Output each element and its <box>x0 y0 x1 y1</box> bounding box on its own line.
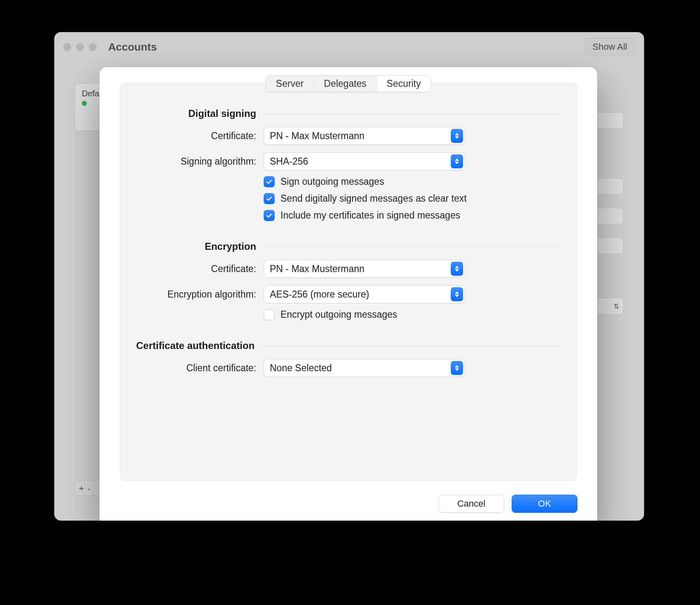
divider <box>264 114 561 114</box>
section-digital-signing: Digital signing <box>136 108 561 119</box>
window-title: Accounts <box>108 41 157 54</box>
checkbox-unchecked-icon <box>264 309 275 320</box>
status-dot-icon <box>82 101 87 106</box>
include-certs-checkbox-row[interactable]: Include my certificates in signed messag… <box>264 210 561 221</box>
divider <box>264 247 561 247</box>
sidebar-item-label: Defa <box>82 89 99 98</box>
security-form: Digital signing Certificate: PN - Max Mu… <box>136 108 561 377</box>
add-account-button[interactable]: ＋ ⌄ <box>75 481 93 496</box>
plus-icon: ＋ <box>77 482 86 494</box>
divider <box>262 346 561 346</box>
accounts-window: Accounts Show All Defa ⇅ ＋ ⌄ − Se <box>54 32 644 521</box>
section-cert-auth: Certificate authentication <box>136 340 561 351</box>
popup-value: PN - Max Mustermann <box>270 263 364 275</box>
updown-icon: ⇅ <box>614 302 619 310</box>
popup-value: SHA-256 <box>270 156 308 167</box>
signing-certificate-popup[interactable]: PN - Max Mustermann <box>264 127 465 145</box>
encryption-certificate-popup[interactable]: PN - Max Mustermann <box>264 260 465 278</box>
window-traffic-lights <box>63 43 97 51</box>
signing-algorithm-label: Signing algorithm: <box>136 156 256 167</box>
encryption-algorithm-popup[interactable]: AES-256 (more secure) <box>264 285 465 303</box>
checkbox-checked-icon <box>264 176 275 187</box>
security-sheet: Server Delegates Security Digital signin… <box>100 67 597 521</box>
client-certificate-popup[interactable]: None Selected <box>264 359 465 377</box>
updown-icon <box>451 262 463 276</box>
sheet-button-row: Cancel OK <box>438 495 577 513</box>
signing-certificate-label: Certificate: <box>136 130 256 142</box>
popup-value: AES-256 (more secure) <box>270 289 369 300</box>
checkbox-label: Encrypt outgoing messages <box>280 309 397 320</box>
popup-value: PN - Max Mustermann <box>270 130 364 142</box>
client-certificate-label: Client certificate: <box>136 363 256 374</box>
encryption-algorithm-label: Encryption algorithm: <box>136 289 256 300</box>
window-titlebar: Accounts Show All <box>54 32 644 62</box>
signing-algorithm-popup[interactable]: SHA-256 <box>264 152 465 170</box>
encryption-certificate-label: Certificate: <box>136 263 256 275</box>
checkbox-label: Sign outgoing messages <box>280 176 384 187</box>
updown-icon <box>451 129 463 143</box>
updown-icon <box>451 287 463 301</box>
sheet-tabs: Server Delegates Security <box>266 75 431 92</box>
tab-delegates[interactable]: Delegates <box>314 76 377 92</box>
tab-security[interactable]: Security <box>377 76 431 92</box>
cancel-button[interactable]: Cancel <box>438 495 504 513</box>
checkbox-checked-icon <box>264 210 275 221</box>
encrypt-outgoing-checkbox-row[interactable]: Encrypt outgoing messages <box>264 309 561 320</box>
clear-text-checkbox-row[interactable]: Send digitally signed messages as clear … <box>264 193 561 204</box>
sign-outgoing-checkbox-row[interactable]: Sign outgoing messages <box>264 176 561 187</box>
section-encryption: Encryption <box>136 241 561 252</box>
sheet-body: Server Delegates Security Digital signin… <box>120 83 577 481</box>
minimize-window-icon[interactable] <box>76 43 84 51</box>
section-header-label: Certificate authentication <box>136 340 255 351</box>
ok-button[interactable]: OK <box>512 495 577 513</box>
updown-icon <box>451 154 463 168</box>
zoom-window-icon[interactable] <box>89 43 97 51</box>
checkbox-checked-icon <box>264 193 275 204</box>
close-window-icon[interactable] <box>63 43 71 51</box>
section-header-label: Digital signing <box>136 108 256 119</box>
show-all-button[interactable]: Show All <box>585 38 635 56</box>
checkbox-label: Send digitally signed messages as clear … <box>280 193 467 204</box>
popup-value: None Selected <box>270 363 332 374</box>
chevron-down-icon: ⌄ <box>87 485 92 491</box>
updown-icon <box>451 361 463 375</box>
section-header-label: Encryption <box>136 241 256 252</box>
checkbox-label: Include my certificates in signed messag… <box>280 210 460 221</box>
tab-server[interactable]: Server <box>266 76 314 92</box>
